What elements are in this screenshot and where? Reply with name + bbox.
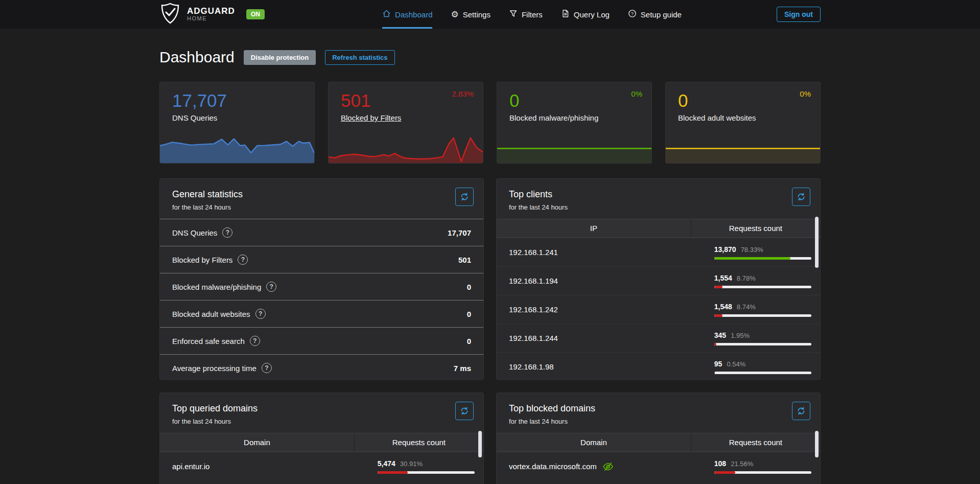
scrollbar-thumb[interactable]	[478, 431, 482, 457]
nav-settings[interactable]: ⚙ Settings	[451, 0, 490, 29]
top-clients-refresh-button[interactable]	[792, 188, 810, 206]
domain-count: 5,474	[378, 459, 395, 468]
refresh-icon	[797, 193, 805, 201]
stat-value: 501	[458, 256, 471, 264]
top-blocked-title: Top blocked domains	[509, 403, 808, 414]
stat-value: 7 ms	[454, 364, 471, 373]
stat-row: Enforced safe search? 0	[160, 327, 483, 354]
domain-progress-bar	[378, 471, 475, 474]
nav-filters-label: Filters	[522, 10, 543, 19]
client-ip[interactable]: 192.168.1.241	[497, 248, 691, 257]
top-queried-subtitle: for the last 24 hours	[172, 418, 471, 425]
blocked-malware-label: Blocked malware/phishing	[509, 113, 651, 122]
client-row: 192.168.1.241 13,87078.33%	[497, 238, 820, 266]
column-header-ip: IP	[497, 219, 691, 237]
blocked-domain[interactable]: vortex.data.microsoft.com	[509, 462, 597, 471]
stat-row: DNS Queries? 17,707	[160, 219, 483, 246]
column-header-requests-count: Requests count	[691, 219, 820, 237]
svg-text:?: ?	[631, 11, 634, 16]
blocked-malware-percent: 0%	[631, 89, 642, 98]
blocked-malware-sparkline	[497, 134, 651, 163]
client-percent: 78.33%	[741, 246, 763, 253]
top-queried-refresh-button[interactable]	[455, 402, 474, 420]
client-percent: 8.74%	[737, 303, 756, 311]
domain-row: vortex.data.microsoft.com 10821.56%	[497, 452, 820, 480]
protection-status-badge: ON	[246, 9, 265, 19]
stat-label: DNS Queries	[172, 228, 217, 237]
help-icon[interactable]: ?	[262, 363, 272, 373]
top-blocked-subtitle: for the last 24 hours	[509, 418, 808, 425]
client-percent: 0.54%	[727, 360, 745, 368]
nav-setup-guide[interactable]: ? Setup guide	[628, 0, 682, 29]
stat-value: 17,707	[448, 228, 471, 237]
stat-row: Average processing time? 7 ms	[160, 354, 483, 380]
client-count: 345	[714, 331, 726, 339]
stat-row: Blocked by Filters? 501	[160, 246, 483, 273]
blocked-adult-sparkline	[666, 134, 820, 163]
refresh-icon	[797, 407, 805, 415]
dns-queries-label: DNS Queries	[172, 113, 314, 122]
client-progress-bar	[714, 257, 811, 260]
card-blocked-adult: 0% 0 Blocked adult websites	[665, 82, 821, 164]
client-count: 95	[714, 360, 722, 368]
adguard-shield-logo-icon	[159, 2, 181, 27]
client-progress-bar	[714, 372, 811, 374]
top-clients-title: Top clients	[509, 189, 808, 200]
top-clients-panel: Top clients for the last 24 hours IP Req…	[496, 178, 821, 380]
disable-protection-button[interactable]: Disable protection	[244, 50, 316, 65]
nav-filters[interactable]: Filters	[509, 0, 543, 29]
domain-progress-bar	[714, 471, 811, 474]
eye-slash-icon	[602, 461, 614, 472]
help-icon[interactable]: ?	[255, 309, 266, 319]
general-statistics-subtitle: for the last 24 hours	[172, 203, 471, 211]
general-statistics-title: General statistics	[172, 189, 471, 200]
blocked-adult-percent: 0%	[800, 89, 811, 98]
dns-queries-value: 17,707	[172, 90, 314, 111]
stat-value: 0	[467, 283, 471, 291]
client-ip[interactable]: 192.168.1.244	[497, 334, 691, 342]
sign-out-button[interactable]: Sign out	[777, 7, 821, 22]
client-row: 192.168.1.194 1,5548.78%	[497, 266, 820, 295]
help-icon[interactable]: ?	[222, 227, 232, 238]
column-header-domain: Domain	[497, 433, 691, 451]
gear-icon: ⚙	[451, 10, 458, 19]
stat-label: Enforced safe search	[172, 337, 245, 345]
help-icon[interactable]: ?	[238, 255, 248, 265]
client-progress-bar	[714, 314, 811, 317]
top-clients-scrollbar	[815, 217, 819, 378]
client-ip[interactable]: 192.168.1.242	[497, 305, 691, 314]
document-icon	[561, 9, 570, 19]
queried-domain[interactable]: api.entur.io	[160, 462, 354, 471]
client-count: 13,870	[714, 245, 736, 253]
refresh-statistics-button[interactable]: Refresh statistics	[325, 50, 394, 65]
top-clients-table-header: IP Requests count	[497, 219, 820, 238]
column-header-requests-count: Requests count	[354, 433, 483, 451]
navbar: ADGUARD HOME ON Dashboard ⚙ Settings	[0, 0, 980, 29]
nav-query-log[interactable]: Query Log	[561, 0, 610, 29]
stat-label: Blocked malware/phishing	[172, 283, 261, 291]
top-queried-title: Top queried domains	[172, 403, 471, 414]
nav-query-log-label: Query Log	[574, 10, 610, 19]
general-statistics-refresh-button[interactable]	[455, 188, 474, 206]
client-row: 192.168.1.242 1,5488.74%	[497, 295, 820, 324]
client-ip[interactable]: 192.168.1.98	[497, 362, 691, 371]
stat-row: Blocked malware/phishing? 0	[160, 273, 483, 300]
client-percent: 8.78%	[737, 274, 756, 282]
page-title: Dashboard	[159, 49, 235, 66]
domain-row: api.entur.io 5,47430.91%	[160, 452, 483, 480]
funnel-icon	[509, 9, 518, 19]
help-icon[interactable]: ?	[250, 336, 260, 346]
scrollbar-thumb[interactable]	[815, 217, 819, 268]
scrollbar-thumb[interactable]	[815, 431, 819, 457]
stat-value: 0	[467, 310, 471, 318]
nav-dashboard[interactable]: Dashboard	[382, 0, 432, 29]
top-blocked-refresh-button[interactable]	[792, 402, 810, 420]
client-progress-bar	[714, 286, 811, 288]
client-percent: 1.95%	[731, 332, 750, 339]
stat-label: Blocked by Filters	[172, 256, 232, 264]
client-ip[interactable]: 192.168.1.194	[497, 276, 691, 285]
help-icon[interactable]: ?	[266, 282, 276, 292]
refresh-icon	[460, 193, 469, 201]
domain-percent: 30.91%	[400, 460, 423, 468]
blocked-filters-link[interactable]: Blocked by Filters	[341, 113, 483, 122]
